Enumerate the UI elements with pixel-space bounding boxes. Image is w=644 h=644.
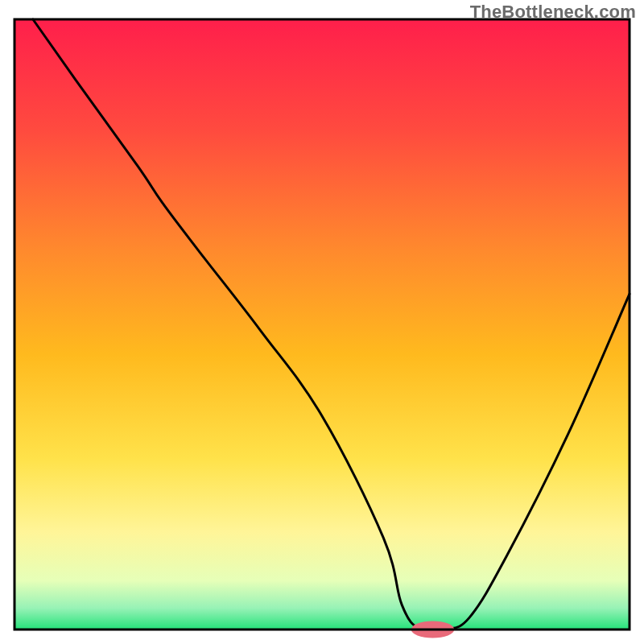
chart-container: TheBottleneck.com [0, 0, 644, 644]
chart-background [14, 19, 630, 630]
bottleneck-chart [0, 0, 644, 644]
watermark-text: TheBottleneck.com [470, 2, 636, 23]
